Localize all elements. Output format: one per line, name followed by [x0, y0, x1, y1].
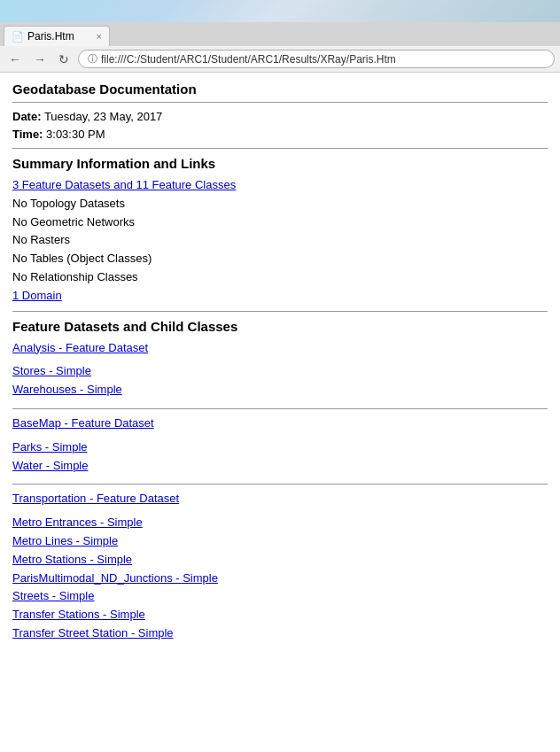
summary-item-topology: No Topology Datasets — [12, 197, 125, 210]
dataset-link-analysis[interactable]: Analysis - Feature Dataset — [12, 339, 148, 358]
child-link-streets[interactable]: Streets - Simple — [12, 587, 548, 606]
time-line: Time: 3:03:30 PM — [12, 126, 548, 143]
child-link-metro-entrances[interactable]: Metro Entrances - Simple — [12, 514, 548, 532]
top-background — [0, 0, 560, 22]
dataset-link-transportation[interactable]: Transportation - Feature Dataset — [12, 490, 179, 508]
address-url: file:///C:/Student/ARC1/Student/ARC1/Res… — [101, 53, 396, 66]
tab-bar: 📄 Paris.Htm × — [0, 22, 560, 46]
page-title: Geodatabase Documentation — [12, 81, 548, 97]
tab-title: Paris.Htm — [27, 30, 74, 43]
child-classes-basemap: Parks - Simple Water - Simple — [12, 438, 548, 476]
summary-item-relationship: No Relationship Classes — [12, 270, 138, 283]
summary-item-geometric: No Geometric Networks — [12, 215, 135, 229]
child-classes-transportation: Metro Entrances - Simple Metro Lines - S… — [12, 514, 548, 643]
child-link-stores[interactable]: Stores - Simple — [12, 362, 548, 381]
child-link-metro-stations[interactable]: Metro Stations - Simple — [12, 551, 548, 570]
summary-item-rasters: No Rasters — [12, 233, 70, 246]
child-link-transfer-stations[interactable]: Transfer Stations - Simple — [12, 606, 548, 624]
time-label: Time: — [12, 128, 43, 141]
summary-link-domain[interactable]: 1 Domain — [12, 287, 62, 306]
dataset-group-basemap: BaseMap - Feature Dataset Parks - Simple… — [12, 415, 548, 475]
divider-4 — [12, 408, 548, 409]
child-link-parks[interactable]: Parks - Simple — [12, 438, 548, 457]
nav-bar: ← → ↻ ⓘ file:///C:/Student/ARC1/Student/… — [0, 46, 560, 73]
tab-close-button[interactable]: × — [97, 31, 102, 42]
date-label: Date: — [12, 110, 42, 123]
date-line: Date: Tuesday, 23 May, 2017 — [12, 108, 548, 126]
dataset-group-transportation: Transportation - Feature Dataset Metro E… — [12, 490, 548, 642]
refresh-button[interactable]: ↻ — [55, 50, 73, 68]
divider-1 — [12, 102, 548, 103]
child-link-transfer-street-station[interactable]: Transfer Street Station - Simple — [12, 624, 548, 643]
meta-block: Date: Tuesday, 23 May, 2017 Time: 3:03:3… — [12, 108, 548, 143]
summary-link-datasets[interactable]: 3 Feature Datasets and 11 Feature Classe… — [12, 176, 236, 195]
summary-title: Summary Information and Links — [12, 156, 548, 171]
child-classes-analysis: Stores - Simple Warehouses - Simple — [12, 362, 548, 399]
page-content: Geodatabase Documentation Date: Tuesday,… — [0, 73, 560, 661]
child-link-paris-multimodal[interactable]: ParisMultimodal_ND_Junctions - Simple — [12, 570, 548, 588]
child-link-water[interactable]: Water - Simple — [12, 457, 548, 476]
dataset-group-analysis: Analysis - Feature Dataset Stores - Simp… — [12, 339, 548, 399]
divider-3 — [12, 311, 548, 312]
back-button[interactable]: ← — [5, 50, 25, 68]
datasets-title: Feature Datasets and Child Classes — [12, 319, 548, 334]
address-bar[interactable]: ⓘ file:///C:/Student/ARC1/Student/ARC1/R… — [78, 50, 555, 68]
summary-item-tables: No Tables (Object Classes) — [12, 252, 152, 265]
forward-button[interactable]: → — [30, 50, 50, 68]
summary-list: 3 Feature Datasets and 11 Feature Classe… — [12, 176, 548, 306]
child-link-warehouses[interactable]: Warehouses - Simple — [12, 381, 548, 399]
divider-5 — [12, 484, 548, 485]
child-link-metro-lines[interactable]: Metro Lines - Simple — [12, 532, 548, 551]
address-icon: ⓘ — [88, 52, 97, 66]
divider-2 — [12, 148, 548, 149]
dataset-link-basemap[interactable]: BaseMap - Feature Dataset — [12, 415, 154, 433]
browser-tab[interactable]: 📄 Paris.Htm × — [4, 26, 110, 46]
tab-file-icon: 📄 — [12, 31, 24, 43]
